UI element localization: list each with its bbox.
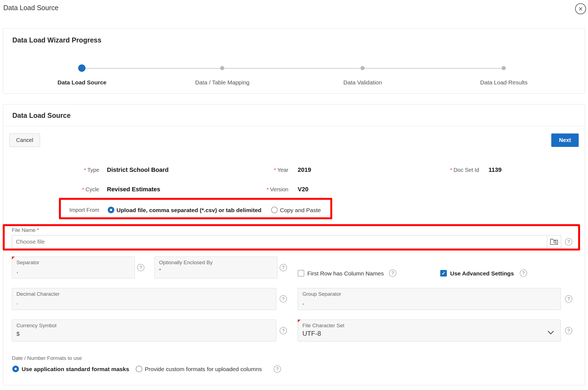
doc-set-id-value: 1139 [488, 166, 502, 173]
required-asterisk: * [450, 167, 452, 173]
advanced-settings-help-icon[interactable]: ? [520, 269, 527, 277]
cycle-value: Revised Estimates [107, 186, 160, 193]
required-corner-marker [12, 257, 15, 260]
radio-custom-formats[interactable] [136, 366, 142, 372]
year-value: 2019 [298, 166, 311, 173]
group-separator-field[interactable]: Group Separator , [298, 288, 561, 310]
step-label-data-validation: Data Validation [308, 79, 417, 86]
group-separator-label: Group Separator [302, 291, 556, 297]
version-value: V20 [298, 186, 308, 193]
step-label-data-load-source: Data Load Source [27, 79, 137, 86]
card-header-title: Data Load Source [12, 112, 71, 119]
radio-copy-paste[interactable] [271, 207, 278, 213]
stepper-track [82, 68, 504, 69]
file-character-set-select[interactable]: File Character Set UTF-8 [298, 320, 561, 341]
file-character-set-label: File Character Set [302, 323, 556, 329]
check-icon: ✓ [442, 271, 445, 276]
formats-help-icon[interactable]: ? [274, 365, 281, 373]
separator-value: , [16, 267, 130, 274]
decimal-character-help-icon[interactable]: ? [280, 295, 287, 303]
file-name-help-icon[interactable]: ? [565, 238, 572, 246]
file-name-input[interactable] [12, 235, 547, 248]
group-separator-value: , [302, 299, 556, 306]
advanced-settings-label[interactable]: Use Advanced Settings [450, 270, 514, 277]
separator-label: Separator [16, 260, 130, 266]
step-dot-data-load-source [78, 64, 86, 72]
page-title: Data Load Source [3, 4, 59, 12]
file-name-label: File Name * [12, 227, 40, 233]
radio-standard-format-masks[interactable] [12, 366, 19, 372]
required-asterisk: * [37, 227, 39, 233]
year-label: *Year [238, 167, 288, 173]
decimal-character-field[interactable]: Decimal Character . [12, 288, 276, 310]
folder-search-icon [550, 237, 558, 246]
enclosed-by-help-icon[interactable]: ? [280, 264, 287, 271]
enclosed-by-field[interactable]: Optionally Enclosed By " [154, 257, 277, 278]
wizard-progress-card: Data Load Wizard Progress Data Load Sour… [3, 28, 585, 94]
close-icon[interactable]: × [575, 3, 586, 14]
required-asterisk: * [82, 187, 84, 192]
required-asterisk: * [84, 167, 86, 173]
file-character-set-help-icon[interactable]: ? [565, 327, 572, 334]
file-browse-button[interactable] [547, 235, 561, 248]
formats-label: Date / Number Formats to use [12, 355, 82, 361]
separator-help-icon[interactable]: ? [137, 264, 144, 271]
cancel-button[interactable]: Cancel [9, 133, 40, 147]
currency-symbol-field[interactable]: Currency Symbol $ [12, 320, 276, 341]
required-asterisk: * [267, 187, 269, 192]
radio-standard-format-masks-label[interactable]: Use application standard format masks [22, 366, 129, 372]
required-corner-marker [298, 320, 301, 323]
advanced-settings-checkbox[interactable]: ✓ [440, 270, 447, 277]
version-label: *Version [238, 186, 288, 193]
enclosed-by-label: Optionally Enclosed By [159, 260, 273, 266]
decimal-character-label: Decimal Character [16, 291, 272, 297]
radio-copy-paste-label[interactable]: Copy and Paste [280, 207, 321, 213]
enclosed-by-value: " [159, 267, 273, 274]
step-label-data-load-results: Data Load Results [449, 79, 559, 86]
first-row-label[interactable]: First Row has Column Names [307, 270, 384, 277]
first-row-checkbox[interactable] [298, 270, 304, 277]
step-dot-data-load-results [502, 66, 506, 70]
first-row-help-icon[interactable]: ? [389, 269, 396, 277]
next-button[interactable]: Next [551, 133, 579, 147]
file-character-set-value: UTF-8 [302, 330, 556, 337]
data-load-source-dialog: Data Load Source × Data Load Wizard Prog… [0, 0, 588, 390]
data-load-source-card: Data Load Source Cancel Next *Type Distr… [3, 104, 585, 385]
currency-symbol-label: Currency Symbol [16, 323, 272, 329]
radio-upload-file-label[interactable]: Upload file, comma separated (*.csv) or … [117, 207, 262, 213]
type-label: *Type [53, 167, 99, 173]
cycle-label: *Cycle [53, 186, 99, 193]
doc-set-id-label: *Doc Set Id [424, 167, 479, 173]
close-glyph: × [579, 5, 583, 13]
step-label-data-table-mapping: Data / Table Mapping [167, 79, 277, 86]
card-header: Data Load Source [3, 104, 585, 126]
radio-custom-formats-label[interactable]: Provide custom formats for uploaded colu… [145, 366, 262, 372]
step-dot-data-validation [360, 66, 365, 70]
currency-symbol-help-icon[interactable]: ? [280, 327, 287, 334]
wizard-progress-title: Data Load Wizard Progress [12, 36, 101, 44]
decimal-character-value: . [16, 299, 272, 306]
group-separator-help-icon[interactable]: ? [565, 295, 572, 303]
currency-symbol-value: $ [16, 331, 272, 337]
required-asterisk: * [274, 167, 276, 173]
step-dot-data-table-mapping [220, 66, 224, 70]
import-from-label: Import From [42, 207, 99, 213]
radio-upload-file[interactable] [108, 207, 114, 213]
separator-field[interactable]: Separator , [12, 257, 135, 278]
type-value: District School Board [107, 166, 169, 173]
